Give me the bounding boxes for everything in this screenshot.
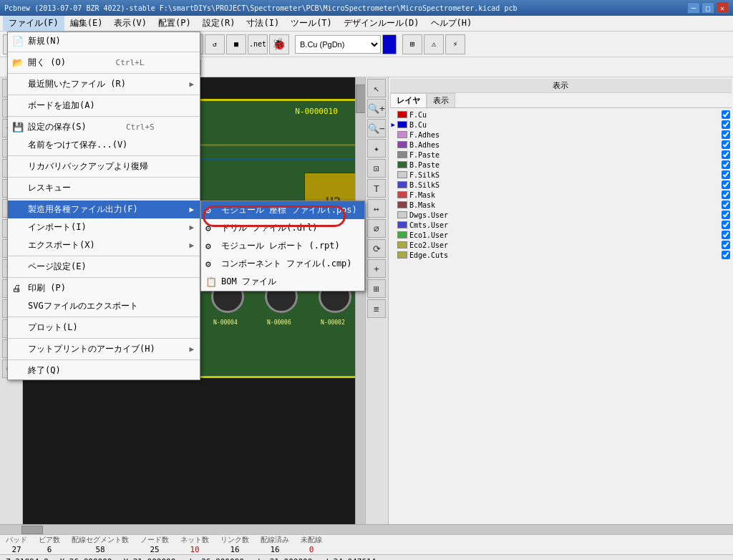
menu-item-9[interactable]: 名前をつけて保存...(V) bbox=[8, 136, 200, 154]
menu-sep-1 bbox=[8, 52, 200, 52]
menu-label-16: インポート(I) bbox=[28, 221, 87, 233]
rats-button[interactable]: 🐞 bbox=[269, 34, 289, 54]
layer-item-cmts-user[interactable]: ▶ Cmts.User bbox=[390, 220, 732, 230]
maximize-button[interactable]: □ bbox=[702, 2, 714, 14]
menu-item-19[interactable]: ページ設定(E) bbox=[8, 258, 200, 276]
layer-item-f-adhes[interactable]: ▶ F.Adhes bbox=[390, 130, 732, 140]
layer-item-b-silks[interactable]: ▶ B.SilkS bbox=[390, 180, 732, 190]
right-tool10[interactable]: ⊞ bbox=[367, 279, 386, 298]
netlist-button[interactable]: .net bbox=[248, 34, 268, 54]
menu-icon-21: 🖨 bbox=[12, 283, 21, 294]
right-tool4[interactable]: ⊡ bbox=[367, 159, 386, 178]
right-tool9[interactable]: + bbox=[367, 259, 386, 278]
menu-item-edit[interactable]: 編集(E) bbox=[64, 16, 109, 31]
file-menu: 📄 新規(N) 📂 開く (O) Ctrl+L 最近開いたファイル (R) ▶ … bbox=[7, 32, 200, 380]
menu-item-0[interactable]: 📄 新規(N) bbox=[8, 32, 200, 50]
grid-toggle[interactable]: ⊞ bbox=[402, 34, 422, 54]
menu-icon-0: 📄 bbox=[12, 36, 24, 47]
menu-sep-3 bbox=[8, 73, 200, 74]
sm-icon-4: 📋 bbox=[205, 276, 217, 287]
menu-item-settings[interactable]: 設定(R) bbox=[197, 16, 241, 31]
drc-button[interactable]: ⚠ bbox=[424, 34, 444, 54]
menu-sep-5 bbox=[8, 95, 200, 95]
right-zoom-in[interactable]: 🔍+ bbox=[367, 99, 386, 117]
right-tool11[interactable]: ≡ bbox=[367, 299, 386, 318]
vscroll-indicator[interactable] bbox=[355, 77, 365, 524]
minimize-button[interactable]: ─ bbox=[687, 2, 700, 14]
layer-item-edge-cuts[interactable]: ▶ Edge.Cuts bbox=[390, 250, 732, 260]
layer-item-f-silks[interactable]: ▶ F.SilkS bbox=[390, 170, 732, 180]
status-3: ノード数 25 bbox=[140, 535, 169, 554]
menu-item-view[interactable]: 表示(V) bbox=[108, 16, 152, 31]
menu-item-28[interactable]: 終了(Q) bbox=[8, 362, 200, 380]
menu-label-6: ボードを追加(A) bbox=[28, 100, 95, 112]
layer-item-f-mask[interactable]: ▶ F.Mask bbox=[390, 190, 732, 200]
submenu-item-4[interactable]: 📋 BOM ファイル bbox=[201, 273, 364, 291]
layer-item-f-paste[interactable]: ▶ F.Paste bbox=[390, 150, 732, 160]
menu-item-8[interactable]: 💾 設定の保存(S) Ctrl+S bbox=[8, 118, 200, 136]
sm-icon-1: ⚙ bbox=[205, 223, 211, 233]
menu-sep-10 bbox=[8, 155, 200, 156]
menu-item-15[interactable]: 製造用各種ファイル出力(F) ▶ bbox=[8, 201, 200, 218]
menu-item-17[interactable]: エクスポート(X) ▶ bbox=[8, 236, 200, 254]
layer-item-f-cu[interactable]: ▶ F.Cu bbox=[390, 110, 732, 120]
menu-item-16[interactable]: インポート(I) ▶ bbox=[8, 218, 200, 236]
coord-d: d 34.047614 bbox=[324, 557, 376, 560]
close-button[interactable]: ✕ bbox=[716, 2, 729, 14]
zoom-area-button[interactable]: ■ bbox=[226, 34, 246, 54]
layer-item-eco1-user[interactable]: ▶ Eco1.User bbox=[390, 230, 732, 240]
menu-item-tools[interactable]: ツール(T) bbox=[285, 16, 338, 31]
display-label: 表示 bbox=[390, 79, 732, 93]
menu-label-15: 製造用各種ファイル出力(F) bbox=[28, 203, 138, 216]
menu-icon-2: 📂 bbox=[12, 57, 24, 68]
menu-item-design[interactable]: デザインルール(D) bbox=[338, 16, 425, 31]
menu-item-13[interactable]: レスキュー bbox=[8, 179, 200, 197]
submenu-item-0[interactable]: ⚙ モジュール 座標 ファイル(.pos) bbox=[201, 201, 364, 219]
hscrollbar[interactable] bbox=[0, 524, 733, 534]
right-zoom-out[interactable]: 🔍− bbox=[367, 119, 386, 137]
submenu-item-1[interactable]: ⚙ ドリル ファイル(.drl) bbox=[201, 219, 364, 237]
menu-item-help[interactable]: ヘルプ(H) bbox=[425, 16, 478, 31]
layer-item-b-cu[interactable]: ▶ B.Cu bbox=[390, 120, 732, 130]
right-tool5[interactable]: T bbox=[367, 179, 386, 198]
menu-label-11: リカバリバックアップより復帰 bbox=[28, 160, 148, 173]
menu-sep-18 bbox=[8, 256, 200, 256]
cursor-tool[interactable]: ↖ bbox=[367, 79, 386, 97]
menu-item-file[interactable]: ファイル(F) bbox=[3, 16, 64, 31]
layer-item-eco2-user[interactable]: ▶ Eco2.User bbox=[390, 240, 732, 250]
coord-z: Z 21894.8 bbox=[6, 557, 49, 560]
tab-layer[interactable]: レイヤ bbox=[390, 93, 427, 107]
layer-item-b-mask[interactable]: ▶ B.Mask bbox=[390, 200, 732, 210]
menu-item-dim[interactable]: 寸法(I) bbox=[241, 16, 285, 31]
menu-item-21[interactable]: 🖨 印刷 (P) bbox=[8, 279, 200, 297]
menu-item-place[interactable]: 配置(P) bbox=[152, 16, 197, 31]
menu-item-4[interactable]: 最近開いたファイル (R) ▶ bbox=[8, 75, 200, 93]
menu-item-26[interactable]: フットプリントのアーカイブ(H) ▶ bbox=[8, 340, 200, 358]
layer-item-b-paste[interactable]: ▶ B.Paste bbox=[390, 160, 732, 170]
layer-item-dwgs-user[interactable]: ▶ Dwgs.User bbox=[390, 210, 732, 220]
right-tool7[interactable]: ∅ bbox=[367, 219, 386, 238]
right-tool8[interactable]: ⟳ bbox=[367, 239, 386, 258]
zoom-refresh-button[interactable]: ↺ bbox=[205, 34, 225, 54]
status-5: リンク数 16 bbox=[220, 535, 249, 554]
tab-view[interactable]: 表示 bbox=[427, 93, 455, 107]
status-2: 配線セグメント数 58 bbox=[72, 535, 129, 554]
coordbar: Z 21894.8 X 26.800000 Y 21.000000 dx 26.… bbox=[0, 554, 733, 560]
menu-item-2[interactable]: 📂 開く (O) Ctrl+L bbox=[8, 54, 200, 72]
sm-label-3: コンポーネント ファイル(.cmp) bbox=[221, 258, 352, 270]
layer-tabs: レイヤ 表示 bbox=[390, 93, 732, 108]
layer-select[interactable]: B.Cu (PgDn) bbox=[295, 35, 381, 54]
menu-item-24[interactable]: プロット(L) bbox=[8, 319, 200, 337]
unit-label: mm bbox=[718, 557, 727, 560]
right-tool3[interactable]: ✦ bbox=[367, 139, 386, 158]
menu-item-11[interactable]: リカバリバックアップより復帰 bbox=[8, 158, 200, 175]
menu-item-6[interactable]: ボードを追加(A) bbox=[8, 97, 200, 115]
menu-label-28: 終了(Q) bbox=[28, 365, 61, 377]
submenu-item-2[interactable]: ⚙ モジュール レポート (.rpt) bbox=[201, 237, 364, 255]
menu-item-22[interactable]: SVGファイルのエクスポート bbox=[8, 297, 200, 315]
right-tool6[interactable]: ↔ bbox=[367, 199, 386, 218]
submenu-item-3[interactable]: ⚙ コンポーネント ファイル(.cmp) bbox=[201, 255, 364, 273]
highlight-button[interactable]: ⚡ bbox=[445, 34, 465, 54]
layer-item-b-adhes[interactable]: ▶ B.Adhes bbox=[390, 140, 732, 150]
layer-color-button[interactable] bbox=[382, 34, 397, 54]
